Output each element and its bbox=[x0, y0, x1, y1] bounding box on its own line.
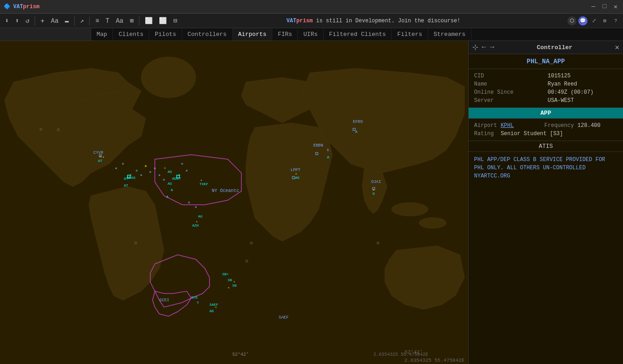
share-button[interactable]: ↗ bbox=[78, 16, 86, 25]
aircraft-button[interactable]: ✈ bbox=[38, 16, 46, 25]
upload-button[interactable]: ⬆ bbox=[13, 16, 21, 25]
svg-text:NY Oceantc: NY Oceantc bbox=[212, 188, 239, 193]
map-coordinates: 2.6354325 55.475842E bbox=[404, 358, 465, 363]
navbar: Map Clients Pilots Controllers Airports … bbox=[0, 28, 623, 41]
world-map-svg: AT + AT + AT ADGT + ADAG AG + AG A A TXK… bbox=[0, 41, 468, 364]
svg-text:T: T bbox=[197, 301, 199, 305]
nav-back-button[interactable]: ← bbox=[482, 43, 486, 51]
tab-clients[interactable]: Clients bbox=[113, 28, 149, 40]
svg-text:AD: AD bbox=[209, 309, 214, 313]
layer-button[interactable]: ⊟ bbox=[171, 16, 179, 25]
titlebar-controls: — □ ✕ bbox=[590, 3, 619, 10]
svg-text:+: + bbox=[99, 155, 101, 158]
refresh-button[interactable]: ↺ bbox=[23, 16, 31, 25]
controller-callsign: PHL_NA_APP bbox=[469, 54, 623, 69]
name-label: Name bbox=[474, 81, 544, 87]
nav-forward-button[interactable]: → bbox=[490, 43, 495, 51]
tab-map[interactable]: Map bbox=[91, 28, 113, 40]
tab-pilots[interactable]: Pilots bbox=[149, 28, 182, 40]
grid-button[interactable]: ⊞ bbox=[128, 16, 136, 25]
prism-label: prism bbox=[296, 18, 313, 24]
maximize-button[interactable]: □ bbox=[601, 3, 608, 10]
tab-streamers[interactable]: Streamers bbox=[428, 28, 471, 40]
pin-button[interactable]: T bbox=[103, 16, 112, 25]
svg-text:+: + bbox=[196, 220, 198, 224]
main-area: AT + AT + AT ADGT + ADAG AG + AG A A TXK… bbox=[0, 41, 623, 364]
sidebar-title: Controller bbox=[494, 44, 615, 51]
svg-point-81 bbox=[195, 206, 197, 208]
svg-point-78 bbox=[181, 163, 183, 165]
online-since-value: 00:49Z (00:07) bbox=[548, 89, 618, 96]
svg-text:A: A bbox=[171, 188, 173, 192]
controller-type-badge: APP bbox=[469, 108, 623, 119]
frequency-detail-value: 128.400 bbox=[577, 122, 618, 129]
sidebar-close-button[interactable]: ✕ bbox=[615, 43, 619, 52]
area-button[interactable]: ⬜ bbox=[157, 16, 169, 25]
svg-text:AT: AT bbox=[124, 183, 128, 187]
controller-info-grid: CID 1015125 Name Ryan Reed Online Since … bbox=[469, 69, 623, 108]
atis-header: ATIS bbox=[469, 141, 623, 152]
map-area[interactable]: AT + AT + AT ADGT + ADAG AG + AG A A TXK… bbox=[0, 41, 468, 364]
help-icon[interactable]: ? bbox=[611, 16, 620, 25]
svg-text:A: A bbox=[355, 130, 357, 134]
svg-point-1 bbox=[141, 57, 196, 98]
airport-detail-label: Airport bbox=[474, 122, 497, 129]
vat-label: VAT bbox=[286, 18, 296, 24]
svg-text:CYVR: CYVR bbox=[93, 151, 103, 155]
tab-uirs[interactable]: UIRs bbox=[298, 28, 323, 40]
svg-text:+: + bbox=[215, 306, 217, 309]
svg-point-3 bbox=[419, 217, 446, 228]
tab-firs[interactable]: FIRs bbox=[272, 28, 298, 40]
text-size-button[interactable]: Aa bbox=[113, 16, 126, 25]
frequency-detail-label: Frequency bbox=[544, 122, 574, 129]
online-since-label: Online Since bbox=[474, 89, 544, 96]
titlebar-left: 🔷 VATprism bbox=[4, 3, 40, 10]
svg-text:52°42': 52°42' bbox=[232, 352, 249, 357]
svg-point-79 bbox=[186, 170, 188, 172]
svg-point-71 bbox=[136, 170, 138, 172]
prism-text: prism bbox=[23, 4, 40, 10]
separator-3 bbox=[89, 16, 90, 25]
vat-text: VAT bbox=[13, 4, 23, 10]
tab-filtered-clients[interactable]: Filtered Clients bbox=[324, 28, 392, 40]
expand-icon[interactable]: ⤢ bbox=[589, 16, 598, 25]
svg-text:OJAI: OJAI bbox=[371, 180, 381, 184]
label-button[interactable]: Aa bbox=[49, 16, 61, 25]
svg-text:SB: SB bbox=[232, 283, 237, 288]
tab-filters[interactable]: Filters bbox=[392, 28, 428, 40]
airport-detail-value[interactable]: KPHL bbox=[500, 122, 541, 129]
svg-text:+: + bbox=[200, 179, 202, 182]
svg-text:SAEF: SAEF bbox=[209, 303, 218, 307]
github-icon[interactable]: ⬡ bbox=[567, 16, 577, 25]
notification-icons: ⬡ 💬 ⤢ ⊞ ? bbox=[567, 16, 620, 25]
tab-controllers[interactable]: Controllers bbox=[182, 28, 233, 40]
svg-text:AZH: AZH bbox=[192, 223, 199, 228]
svg-text:+: + bbox=[179, 173, 180, 177]
notification-text: is still in Development. Join the discou… bbox=[313, 18, 460, 24]
tab-airports[interactable]: Airports bbox=[233, 28, 272, 40]
box-select-button[interactable]: ⬜ bbox=[143, 16, 155, 25]
svg-text:SAEF: SAEF bbox=[279, 315, 289, 320]
columns-icon[interactable]: ⊞ bbox=[600, 16, 609, 25]
app-title: VATprism bbox=[13, 4, 40, 10]
server-label: Server bbox=[474, 97, 544, 104]
minimize-button[interactable]: — bbox=[590, 3, 597, 10]
server-value: USA-WEST bbox=[548, 97, 618, 104]
cid-value: 1015125 bbox=[548, 73, 618, 79]
filter-button[interactable]: ≡ bbox=[93, 16, 101, 25]
svg-point-2 bbox=[392, 202, 428, 216]
cid-label: CID bbox=[474, 73, 544, 79]
svg-text:AT: AT bbox=[98, 159, 102, 163]
cursor-icon[interactable]: ⊹ bbox=[472, 43, 478, 52]
svg-text:AG: AG bbox=[295, 176, 300, 180]
svg-text:A: A bbox=[327, 155, 329, 159]
download-button[interactable]: ⬇ bbox=[3, 16, 11, 25]
controller-details-grid: Airport KPHL Frequency 128.400 Rating Se… bbox=[469, 119, 623, 141]
svg-point-74 bbox=[149, 171, 151, 173]
svg-text:E.: E. bbox=[327, 148, 332, 152]
sidebar-navigation: ⊹ ← → bbox=[472, 43, 494, 52]
close-button[interactable]: ✕ bbox=[612, 3, 619, 10]
line-button[interactable]: ▬ bbox=[63, 16, 71, 25]
search-input[interactable] bbox=[0, 28, 91, 40]
discord-icon[interactable]: 💬 bbox=[578, 16, 587, 25]
